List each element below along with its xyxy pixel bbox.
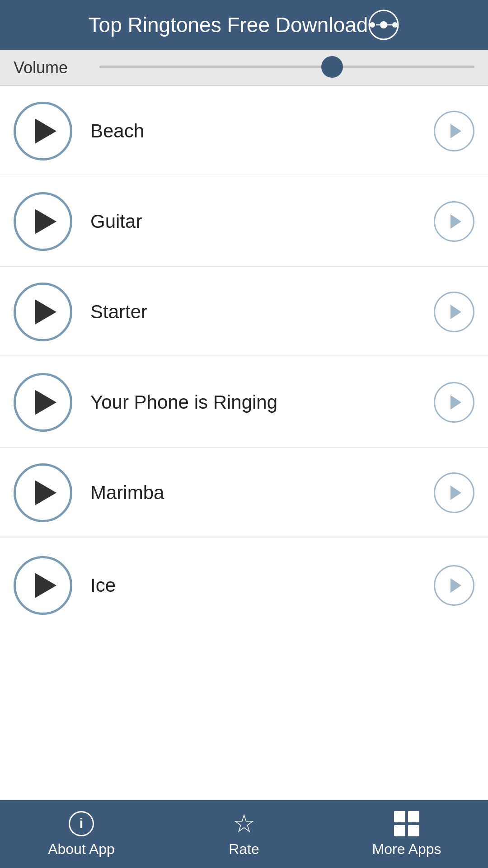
ringtone-name-1: Beach [72,120,434,142]
chevron-right-icon-5 [450,486,461,500]
volume-slider[interactable] [99,66,474,70]
volume-track [99,66,474,68]
volume-label: Volume [14,58,86,77]
chevron-right-icon-3 [450,305,461,319]
play-button-3[interactable] [14,283,72,341]
nav-rate[interactable]: ☆ Rate [163,800,325,868]
bottom-nav: i About App ☆ Rate More Apps [0,800,488,868]
volume-bar: Volume [0,50,488,86]
chevron-right-icon-6 [450,578,461,593]
ringtone-name-6: Ice [72,575,434,596]
play-icon-4 [35,390,56,415]
play-button-6[interactable] [14,556,72,615]
svg-point-1 [380,21,387,28]
ringtone-item: Beach [0,86,488,176]
info-icon: i [69,811,94,836]
chevron-right-icon-4 [450,395,461,410]
svg-point-2 [370,22,375,28]
play-icon-3 [35,299,56,325]
ringtone-name-2: Guitar [72,211,434,232]
svg-point-3 [392,22,398,28]
star-icon: ☆ [233,811,255,836]
ringtone-item: Guitar [0,176,488,267]
play-button-2[interactable] [14,192,72,251]
nav-more-label: More Apps [372,841,441,858]
ringtone-name-5: Marimba [72,482,434,504]
ringtone-list: Beach Guitar Starter Your Pho [0,86,488,800]
ringtone-item: Ice [0,538,488,633]
grid-icon [394,811,419,836]
detail-button-5[interactable] [434,472,474,513]
ringtone-item: Starter [0,267,488,357]
nav-about[interactable]: i About App [0,800,163,868]
nav-more[interactable]: More Apps [325,800,488,868]
detail-button-2[interactable] [434,201,474,242]
connectivity-icon [368,9,399,41]
chevron-right-icon-1 [450,124,461,138]
app-header: Top Ringtones Free Download [0,0,488,50]
ringtone-name-4: Your Phone is Ringing [72,392,434,413]
play-button-1[interactable] [14,102,72,160]
play-button-5[interactable] [14,463,72,522]
ringtone-item: Marimba [0,448,488,538]
volume-thumb[interactable] [321,56,343,78]
nav-about-label: About App [48,841,115,858]
detail-button-6[interactable] [434,565,474,606]
chevron-right-icon-2 [450,214,461,229]
detail-button-3[interactable] [434,292,474,332]
ringtone-item: Your Phone is Ringing [0,357,488,448]
play-button-4[interactable] [14,373,72,432]
ringtone-name-3: Starter [72,301,434,323]
nav-rate-label: Rate [229,841,259,858]
detail-button-1[interactable] [434,111,474,151]
play-icon-5 [35,480,56,505]
app-title: Top Ringtones Free Download [89,13,368,37]
detail-button-4[interactable] [434,382,474,423]
play-icon-6 [35,573,56,598]
play-icon-1 [35,118,56,144]
play-icon-2 [35,209,56,234]
